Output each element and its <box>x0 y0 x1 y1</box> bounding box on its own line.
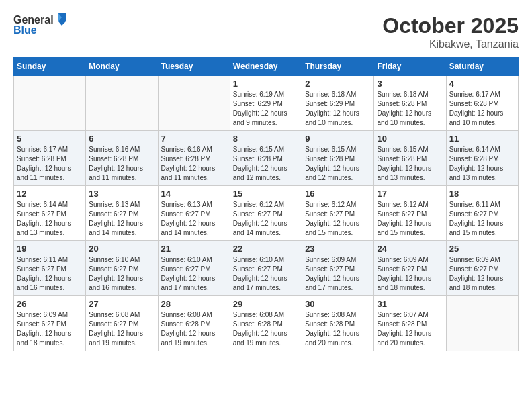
day-number: 18 <box>449 189 515 199</box>
calendar-cell: 19Sunrise: 6:11 AMSunset: 6:27 PMDayligh… <box>14 241 86 296</box>
day-number: 28 <box>161 299 227 309</box>
logo-icon <box>55 12 67 27</box>
day-info: Sunrise: 6:14 AMSunset: 6:28 PMDaylight:… <box>449 145 515 183</box>
day-info: Sunrise: 6:09 AMSunset: 6:27 PMDaylight:… <box>17 310 83 348</box>
calendar-cell <box>446 296 518 351</box>
day-info: Sunrise: 6:16 AMSunset: 6:28 PMDaylight:… <box>161 145 227 183</box>
title-section: October 2025 Kibakwe, Tanzania <box>382 13 519 50</box>
page: General Blue October 2025 Kibakwe, Tanza… <box>0 0 532 411</box>
calendar-cell: 6Sunrise: 6:16 AMSunset: 6:28 PMDaylight… <box>86 131 158 186</box>
day-number: 4 <box>449 79 515 89</box>
header-monday: Monday <box>86 58 158 76</box>
day-number: 8 <box>233 134 299 144</box>
day-info: Sunrise: 6:13 AMSunset: 6:27 PMDaylight:… <box>89 200 154 238</box>
day-info: Sunrise: 6:10 AMSunset: 6:27 PMDaylight:… <box>233 255 299 293</box>
day-number: 7 <box>161 134 227 144</box>
day-info: Sunrise: 6:09 AMSunset: 6:27 PMDaylight:… <box>377 255 443 293</box>
day-number: 14 <box>161 189 227 199</box>
day-info: Sunrise: 6:13 AMSunset: 6:27 PMDaylight:… <box>161 200 227 238</box>
calendar-week-row: 26Sunrise: 6:09 AMSunset: 6:27 PMDayligh… <box>14 296 519 351</box>
day-info: Sunrise: 6:11 AMSunset: 6:27 PMDaylight:… <box>17 255 83 293</box>
calendar-cell: 17Sunrise: 6:12 AMSunset: 6:27 PMDayligh… <box>374 186 446 241</box>
day-number: 17 <box>377 189 443 199</box>
location-title: Kibakwe, Tanzania <box>382 38 519 50</box>
day-info: Sunrise: 6:08 AMSunset: 6:27 PMDaylight:… <box>89 310 154 348</box>
day-info: Sunrise: 6:07 AMSunset: 6:28 PMDaylight:… <box>377 310 443 348</box>
day-info: Sunrise: 6:09 AMSunset: 6:27 PMDaylight:… <box>305 255 371 293</box>
calendar-cell: 16Sunrise: 6:12 AMSunset: 6:27 PMDayligh… <box>302 186 374 241</box>
calendar-week-row: 1Sunrise: 6:19 AMSunset: 6:29 PMDaylight… <box>14 76 519 131</box>
day-info: Sunrise: 6:17 AMSunset: 6:28 PMDaylight:… <box>449 90 515 128</box>
day-info: Sunrise: 6:15 AMSunset: 6:28 PMDaylight:… <box>233 145 299 183</box>
calendar-cell: 5Sunrise: 6:17 AMSunset: 6:28 PMDaylight… <box>14 131 86 186</box>
day-number: 5 <box>17 134 83 144</box>
day-number: 22 <box>233 244 299 254</box>
calendar-cell: 14Sunrise: 6:13 AMSunset: 6:27 PMDayligh… <box>158 186 230 241</box>
calendar-cell: 28Sunrise: 6:08 AMSunset: 6:28 PMDayligh… <box>158 296 230 351</box>
calendar-cell: 15Sunrise: 6:12 AMSunset: 6:27 PMDayligh… <box>230 186 302 241</box>
logo: General Blue <box>13 13 67 36</box>
day-info: Sunrise: 6:15 AMSunset: 6:28 PMDaylight:… <box>305 145 371 183</box>
calendar-week-row: 12Sunrise: 6:14 AMSunset: 6:27 PMDayligh… <box>14 186 519 241</box>
day-info: Sunrise: 6:10 AMSunset: 6:27 PMDaylight:… <box>89 255 154 293</box>
day-info: Sunrise: 6:19 AMSunset: 6:29 PMDaylight:… <box>233 90 299 128</box>
calendar-cell: 21Sunrise: 6:10 AMSunset: 6:27 PMDayligh… <box>158 241 230 296</box>
day-number: 3 <box>377 79 443 89</box>
day-info: Sunrise: 6:17 AMSunset: 6:28 PMDaylight:… <box>17 145 83 183</box>
day-info: Sunrise: 6:08 AMSunset: 6:28 PMDaylight:… <box>305 310 371 348</box>
header-thursday: Thursday <box>302 58 374 76</box>
calendar-cell: 8Sunrise: 6:15 AMSunset: 6:28 PMDaylight… <box>230 131 302 186</box>
day-info: Sunrise: 6:18 AMSunset: 6:28 PMDaylight:… <box>377 90 443 128</box>
calendar-cell: 11Sunrise: 6:14 AMSunset: 6:28 PMDayligh… <box>446 131 518 186</box>
calendar-cell <box>86 76 158 131</box>
day-number: 9 <box>305 134 371 144</box>
header: General Blue October 2025 Kibakwe, Tanza… <box>13 13 519 50</box>
header-tuesday: Tuesday <box>158 58 230 76</box>
calendar-cell: 7Sunrise: 6:16 AMSunset: 6:28 PMDaylight… <box>158 131 230 186</box>
day-number: 23 <box>305 244 371 254</box>
day-info: Sunrise: 6:08 AMSunset: 6:28 PMDaylight:… <box>233 310 299 348</box>
month-title: October 2025 <box>382 13 519 38</box>
header-saturday: Saturday <box>446 58 518 76</box>
calendar-cell: 29Sunrise: 6:08 AMSunset: 6:28 PMDayligh… <box>230 296 302 351</box>
calendar-cell: 23Sunrise: 6:09 AMSunset: 6:27 PMDayligh… <box>302 241 374 296</box>
day-number: 15 <box>233 189 299 199</box>
calendar-week-row: 19Sunrise: 6:11 AMSunset: 6:27 PMDayligh… <box>14 241 519 296</box>
day-number: 29 <box>233 299 299 309</box>
day-number: 12 <box>17 189 83 199</box>
day-info: Sunrise: 6:12 AMSunset: 6:27 PMDaylight:… <box>377 200 443 238</box>
calendar-cell: 20Sunrise: 6:10 AMSunset: 6:27 PMDayligh… <box>86 241 158 296</box>
day-info: Sunrise: 6:14 AMSunset: 6:27 PMDaylight:… <box>17 200 83 238</box>
calendar-cell: 12Sunrise: 6:14 AMSunset: 6:27 PMDayligh… <box>14 186 86 241</box>
calendar-cell <box>158 76 230 131</box>
day-number: 30 <box>305 299 371 309</box>
day-number: 24 <box>377 244 443 254</box>
day-info: Sunrise: 6:12 AMSunset: 6:27 PMDaylight:… <box>305 200 371 238</box>
day-info: Sunrise: 6:10 AMSunset: 6:27 PMDaylight:… <box>161 255 227 293</box>
calendar-cell: 30Sunrise: 6:08 AMSunset: 6:28 PMDayligh… <box>302 296 374 351</box>
calendar-cell: 2Sunrise: 6:18 AMSunset: 6:29 PMDaylight… <box>302 76 374 131</box>
day-number: 1 <box>233 79 299 89</box>
calendar-cell: 10Sunrise: 6:15 AMSunset: 6:28 PMDayligh… <box>374 131 446 186</box>
day-number: 6 <box>89 134 154 144</box>
day-number: 27 <box>89 299 154 309</box>
header-friday: Friday <box>374 58 446 76</box>
calendar-cell: 22Sunrise: 6:10 AMSunset: 6:27 PMDayligh… <box>230 241 302 296</box>
calendar-cell: 18Sunrise: 6:11 AMSunset: 6:27 PMDayligh… <box>446 186 518 241</box>
calendar-cell: 4Sunrise: 6:17 AMSunset: 6:28 PMDaylight… <box>446 76 518 131</box>
header-wednesday: Wednesday <box>230 58 302 76</box>
day-number: 13 <box>89 189 154 199</box>
calendar-cell: 27Sunrise: 6:08 AMSunset: 6:27 PMDayligh… <box>86 296 158 351</box>
calendar-cell: 24Sunrise: 6:09 AMSunset: 6:27 PMDayligh… <box>374 241 446 296</box>
weekday-header-row: Sunday Monday Tuesday Wednesday Thursday… <box>14 58 519 76</box>
day-number: 19 <box>17 244 83 254</box>
day-number: 2 <box>305 79 371 89</box>
day-number: 10 <box>377 134 443 144</box>
day-info: Sunrise: 6:11 AMSunset: 6:27 PMDaylight:… <box>449 200 515 238</box>
calendar-cell: 26Sunrise: 6:09 AMSunset: 6:27 PMDayligh… <box>14 296 86 351</box>
day-number: 25 <box>449 244 515 254</box>
calendar-week-row: 5Sunrise: 6:17 AMSunset: 6:28 PMDaylight… <box>14 131 519 186</box>
day-info: Sunrise: 6:18 AMSunset: 6:29 PMDaylight:… <box>305 90 371 128</box>
calendar-cell: 3Sunrise: 6:18 AMSunset: 6:28 PMDaylight… <box>374 76 446 131</box>
day-info: Sunrise: 6:12 AMSunset: 6:27 PMDaylight:… <box>233 200 299 238</box>
